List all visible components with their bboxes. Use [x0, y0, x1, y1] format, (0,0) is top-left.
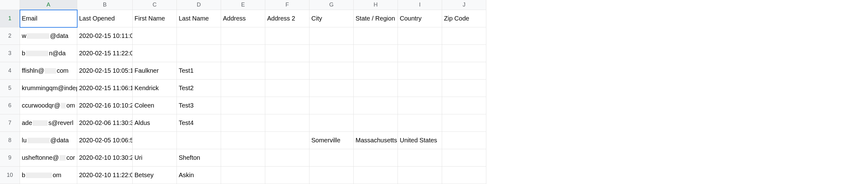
cell-f2[interactable] [265, 27, 309, 45]
cell-c2[interactable] [133, 27, 177, 45]
column-header-d[interactable]: D [177, 0, 221, 10]
cell-h1[interactable]: State / Region [354, 10, 398, 27]
row-header-4[interactable]: 4 [0, 62, 20, 80]
cell-f5[interactable] [265, 80, 309, 97]
cell-d1[interactable]: Last Name [177, 10, 221, 27]
cell-f1[interactable]: Address 2 [265, 10, 309, 27]
cell-h6[interactable] [354, 97, 398, 114]
cell-j6[interactable] [442, 97, 486, 114]
cell-i6[interactable] [398, 97, 442, 114]
cell-h10[interactable] [354, 167, 398, 184]
cell-c8[interactable] [133, 132, 177, 149]
cell-e8[interactable] [221, 132, 265, 149]
cell-j5[interactable] [442, 80, 486, 97]
cell-b9[interactable]: 2020-02-10 10:30:22 [77, 149, 133, 167]
cell-a9[interactable]: usheftonne@cor [20, 149, 77, 167]
cell-g6[interactable] [309, 97, 354, 114]
cell-a10[interactable]: bom [20, 167, 77, 184]
cell-i1[interactable]: Country [398, 10, 442, 27]
cell-b6[interactable]: 2020-02-16 10:10:22 [77, 97, 133, 114]
cell-d7[interactable]: Test4 [177, 114, 221, 132]
cell-c1[interactable]: First Name [133, 10, 177, 27]
cell-i8[interactable]: United States [398, 132, 442, 149]
cell-i9[interactable] [398, 149, 442, 167]
cell-e2[interactable] [221, 27, 265, 45]
cell-h8[interactable]: Massachusetts [354, 132, 398, 149]
cell-g8[interactable]: Somerville [309, 132, 354, 149]
cell-d6[interactable]: Test3 [177, 97, 221, 114]
cell-d2[interactable] [177, 27, 221, 45]
row-header-1[interactable]: 1 [0, 10, 20, 27]
cell-j1[interactable]: Zip Code [442, 10, 486, 27]
cell-h7[interactable] [354, 114, 398, 132]
cell-e3[interactable] [221, 45, 265, 62]
cell-e5[interactable] [221, 80, 265, 97]
cell-b3[interactable]: 2020-02-15 11:22:04 [77, 45, 133, 62]
select-all-corner[interactable] [0, 0, 20, 10]
cell-a7[interactable]: ades@reverl [20, 114, 77, 132]
cell-j7[interactable] [442, 114, 486, 132]
cell-b8[interactable]: 2020-02-05 10:06:55 [77, 132, 133, 149]
cell-j2[interactable] [442, 27, 486, 45]
cell-a6[interactable]: ccurwoodqr@om [20, 97, 77, 114]
cell-a3[interactable]: bn@da [20, 45, 77, 62]
cell-i4[interactable] [398, 62, 442, 80]
cell-e9[interactable] [221, 149, 265, 167]
row-header-6[interactable]: 6 [0, 97, 20, 114]
cell-e6[interactable] [221, 97, 265, 114]
cell-g5[interactable] [309, 80, 354, 97]
cell-d10[interactable]: Askin [177, 167, 221, 184]
row-header-2[interactable]: 2 [0, 27, 20, 45]
cell-c7[interactable]: Aldus [133, 114, 177, 132]
cell-d9[interactable]: Shefton [177, 149, 221, 167]
cell-c3[interactable] [133, 45, 177, 62]
cell-b10[interactable]: 2020-02-10 11:22:03 [77, 167, 133, 184]
column-header-f[interactable]: F [265, 0, 309, 10]
cell-b7[interactable]: 2020-02-06 11:30:33 [77, 114, 133, 132]
cell-a2[interactable]: w@data [20, 27, 77, 45]
cell-h3[interactable] [354, 45, 398, 62]
cell-g7[interactable] [309, 114, 354, 132]
cell-g3[interactable] [309, 45, 354, 62]
cell-h9[interactable] [354, 149, 398, 167]
cell-j10[interactable] [442, 167, 486, 184]
cell-g1[interactable]: City [309, 10, 354, 27]
cell-c6[interactable]: Coleen [133, 97, 177, 114]
cell-f7[interactable] [265, 114, 309, 132]
row-header-8[interactable]: 8 [0, 132, 20, 149]
cell-e4[interactable] [221, 62, 265, 80]
column-header-a[interactable]: A [20, 0, 77, 10]
cell-c9[interactable]: Uri [133, 149, 177, 167]
cell-i10[interactable] [398, 167, 442, 184]
cell-g2[interactable] [309, 27, 354, 45]
cell-g4[interactable] [309, 62, 354, 80]
cell-g9[interactable] [309, 149, 354, 167]
cell-i2[interactable] [398, 27, 442, 45]
cell-c5[interactable]: Kendrick [133, 80, 177, 97]
cell-c4[interactable]: Faulkner [133, 62, 177, 80]
cell-f9[interactable] [265, 149, 309, 167]
row-header-5[interactable]: 5 [0, 80, 20, 97]
cell-d8[interactable] [177, 132, 221, 149]
cell-a8[interactable]: lu@data [20, 132, 77, 149]
cell-h4[interactable] [354, 62, 398, 80]
cell-c10[interactable]: Betsey [133, 167, 177, 184]
cell-f8[interactable] [265, 132, 309, 149]
column-header-i[interactable]: I [398, 0, 442, 10]
column-header-c[interactable]: C [133, 0, 177, 10]
cell-h2[interactable] [354, 27, 398, 45]
cell-b5[interactable]: 2020-02-15 11:06:15 [77, 80, 133, 97]
row-header-9[interactable]: 9 [0, 149, 20, 167]
column-header-h[interactable]: H [354, 0, 398, 10]
cell-a5[interactable]: krummingqm@indepe [20, 80, 77, 97]
cell-j8[interactable] [442, 132, 486, 149]
cell-e7[interactable] [221, 114, 265, 132]
cell-d5[interactable]: Test2 [177, 80, 221, 97]
cell-f10[interactable] [265, 167, 309, 184]
cell-d3[interactable] [177, 45, 221, 62]
row-header-3[interactable]: 3 [0, 45, 20, 62]
column-header-g[interactable]: G [309, 0, 354, 10]
cell-i7[interactable] [398, 114, 442, 132]
row-header-10[interactable]: 10 [0, 167, 20, 184]
cell-b4[interactable]: 2020-02-15 10:05:11 [77, 62, 133, 80]
